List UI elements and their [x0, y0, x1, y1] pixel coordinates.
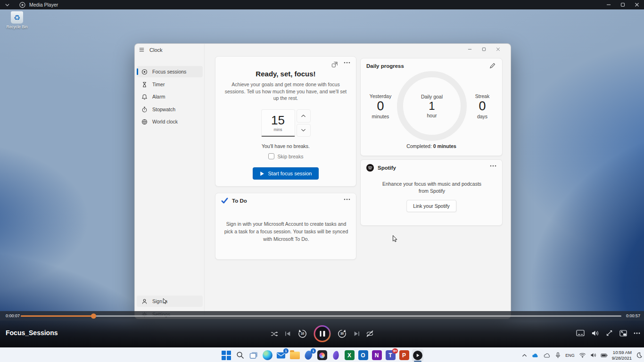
- microphone-icon[interactable]: [555, 352, 561, 359]
- streak-label: Streak: [462, 93, 502, 99]
- cloud-icon[interactable]: [543, 353, 551, 358]
- sidebar-item-focus-sessions[interactable]: Focus sessions: [137, 66, 203, 77]
- link-spotify-button[interactable]: Link your Spotify: [406, 200, 456, 212]
- next-track-button[interactable]: [354, 330, 360, 337]
- taskbar-dark-app[interactable]: [316, 349, 328, 362]
- previous-track-button[interactable]: [285, 330, 291, 337]
- seek-handle[interactable]: [91, 313, 96, 319]
- yesterday-unit: minutes: [361, 114, 400, 119]
- skip-breaks-checkbox[interactable]: [268, 153, 274, 159]
- mail-badge: 1: [283, 348, 289, 354]
- start-focus-session-button[interactable]: Start focus session: [253, 167, 319, 180]
- edit-pencil-icon[interactable]: [489, 63, 495, 69]
- taskbar-store[interactable]: 1: [303, 349, 314, 362]
- window-minimize-button[interactable]: [602, 0, 616, 9]
- task-view-button[interactable]: [248, 349, 259, 362]
- taskbar-excel[interactable]: X: [344, 349, 355, 362]
- clock-datetime[interactable]: 10:59 AM 9/28/2021: [612, 350, 632, 361]
- taskbar-mail[interactable]: 1: [275, 349, 287, 362]
- outlook-icon: O: [358, 350, 368, 360]
- taskbar-edge[interactable]: [262, 349, 273, 362]
- video-area[interactable]: ♻ Recycle Bin Clock: [0, 9, 644, 347]
- window-maximize-button[interactable]: [616, 0, 630, 9]
- pause-button[interactable]: [314, 325, 331, 342]
- taskbar-media-player[interactable]: [412, 349, 423, 362]
- taskbar-file-explorer[interactable]: [289, 349, 300, 362]
- popout-icon[interactable]: [331, 61, 338, 68]
- speaker-icon[interactable]: [590, 353, 596, 358]
- folder-icon: [290, 352, 300, 359]
- minutes-input[interactable]: 15 mins: [261, 109, 295, 137]
- rewind-10-button[interactable]: 10: [297, 329, 308, 339]
- yesterday-stat: Yesterday 0 minutes: [361, 93, 400, 119]
- pause-icon: [315, 327, 330, 341]
- focus-session-card: Ready, set, focus! Achieve your goals an…: [215, 56, 356, 187]
- more-options-icon[interactable]: [344, 62, 350, 64]
- repeat-off-button[interactable]: [366, 330, 374, 337]
- wifi-icon[interactable]: [579, 353, 586, 358]
- streak-stat: Streak 0 days: [462, 93, 502, 119]
- taskbar: 1 1 X O N T 9+ P: [0, 347, 644, 362]
- seek-track[interactable]: [21, 315, 621, 317]
- increase-minutes-button[interactable]: [297, 109, 311, 123]
- focus-assist-moon-icon[interactable]: [636, 352, 642, 358]
- media-player-icon: [413, 351, 422, 360]
- tray-chevron-up-icon[interactable]: [522, 354, 527, 357]
- taskbar-outlook[interactable]: O: [357, 349, 369, 362]
- spotify-card-title: Spotify: [378, 165, 396, 171]
- volume-button[interactable]: [591, 330, 599, 337]
- mini-player-button[interactable]: [619, 330, 627, 337]
- media-player-titlebar: Media Player: [0, 0, 644, 9]
- completed-value: 0 minutes: [433, 143, 456, 149]
- minutes-unit: mins: [274, 127, 282, 132]
- more-options-icon[interactable]: [344, 198, 350, 200]
- tray-date: 9/28/2021: [612, 355, 632, 361]
- more-options-button[interactable]: [634, 332, 640, 334]
- window-close-button[interactable]: [630, 0, 644, 9]
- yesterday-value: 0: [361, 99, 400, 114]
- recycle-bin-desktop-icon[interactable]: ♻ Recycle Bin: [4, 11, 30, 29]
- sidebar-item-sign-in[interactable]: Sign in: [137, 296, 203, 307]
- edge-icon: [263, 350, 272, 360]
- decrease-minutes-button[interactable]: [297, 124, 311, 137]
- forward-30-button[interactable]: 30: [337, 329, 347, 339]
- taskbar-onenote[interactable]: N: [371, 349, 382, 362]
- taskbar-teams[interactable]: T 9+: [385, 349, 396, 362]
- window-title: Media Player: [29, 2, 58, 8]
- todo-card-body: Sign in with your Microsoft Account to c…: [223, 221, 350, 243]
- clock-app-window: Clock Focus sessions Timer: [134, 43, 511, 319]
- daily-progress-card: Daily progress Daily goal 1 hour Yesterd…: [360, 58, 503, 156]
- shuffle-button[interactable]: [271, 330, 279, 337]
- battery-icon[interactable]: [601, 353, 608, 358]
- search-button[interactable]: [234, 349, 246, 362]
- taskbar-powerpoint[interactable]: P: [398, 349, 410, 362]
- tray-time: 10:59 AM: [612, 350, 632, 355]
- captions-button[interactable]: [576, 329, 585, 337]
- more-options-icon[interactable]: [490, 165, 496, 167]
- yesterday-label: Yesterday: [361, 93, 400, 99]
- menu-icon[interactable]: [139, 47, 145, 53]
- mouse-cursor: [392, 235, 398, 243]
- minutes-stepper: 15 mins: [215, 109, 356, 137]
- todo-check-icon: [221, 197, 228, 204]
- powerpoint-icon: P: [399, 350, 409, 360]
- windows-logo-icon: [222, 351, 231, 360]
- todo-card-title: To Do: [232, 198, 247, 204]
- clock-close-button[interactable]: [491, 45, 505, 53]
- clock-maximize-button[interactable]: [477, 45, 491, 53]
- fullscreen-button[interactable]: [606, 329, 613, 337]
- sidebar-item-alarm[interactable]: Alarm: [137, 91, 203, 102]
- daily-progress-title: Daily progress: [366, 63, 404, 69]
- sidebar-item-stopwatch[interactable]: Stopwatch: [137, 104, 203, 115]
- focus-card-title: Ready, set, focus!: [215, 70, 356, 78]
- clock-minimize-button[interactable]: [462, 45, 477, 53]
- player-control-bar: Focus_Sessions 10 30: [0, 321, 644, 347]
- start-button[interactable]: [221, 349, 232, 362]
- sidebar-item-world-clock[interactable]: World clock: [137, 116, 203, 127]
- taskbar-purple-app[interactable]: [330, 349, 341, 362]
- language-indicator[interactable]: ENG: [565, 353, 575, 358]
- onedrive-cloud-icon[interactable]: [531, 353, 539, 358]
- sidebar-item-timer[interactable]: Timer: [137, 79, 203, 90]
- media-player-app-icon: [19, 2, 25, 8]
- chevron-down-icon[interactable]: [5, 2, 10, 8]
